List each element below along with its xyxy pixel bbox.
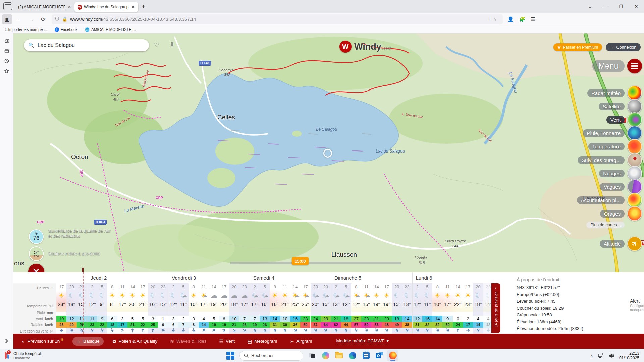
toolbar-button-waves-tides[interactable]: ≋Waves & Tides (166, 337, 210, 346)
layer-thumbnail-nuages[interactable] (627, 166, 642, 181)
forecast-column[interactable]: 8☀10°1432 (432, 283, 442, 334)
layer-item-radar[interactable]: Radar météo (587, 85, 642, 100)
taskbar-search[interactable]: Rechercher (239, 351, 303, 361)
forecast-column[interactable]: 8☀8°618 (107, 283, 117, 334)
more-maps-button[interactable]: Plus de cartes... (586, 222, 642, 228)
layer-thumbnail-satellite[interactable] (627, 99, 642, 114)
layer-item-temp[interactable]: Température (588, 139, 642, 154)
forecast-column[interactable]: 5☾9°922 (97, 283, 107, 334)
taskbar-app-firefox[interactable] (387, 350, 398, 361)
search-input[interactable]: Lac du Salagou (38, 42, 75, 48)
forecast-column[interactable]: 2☾12°1231 (412, 283, 422, 334)
forecast-column[interactable]: 20☾15°1849 (392, 283, 402, 334)
back-icon[interactable]: ← (14, 14, 24, 24)
layer-item-nuages[interactable]: Nuages (599, 166, 642, 181)
forecast-column[interactable]: 14☀20°521 (127, 283, 138, 334)
forecast-column[interactable]: 20☾18°414 (473, 283, 483, 334)
taskbar-app-store[interactable] (360, 350, 372, 361)
taskbar-app-explorer[interactable] (333, 350, 345, 361)
layer-thumbnail-accum[interactable] (627, 193, 642, 207)
layer-item-vagues[interactable]: Vagues (600, 179, 642, 194)
browser-tab[interactable]: WWindy: Lac du Salagou prévisio✕ (74, 2, 138, 12)
altitude-button[interactable]: Altitude✈ (600, 236, 642, 251)
menu-button[interactable]: Menu (592, 59, 642, 73)
forecast-column[interactable]: 2☾12°36 (168, 283, 178, 334)
air-quality-badge[interactable]: ☢ 76 (29, 229, 44, 244)
save-page-icon[interactable]: ⤓ (488, 17, 490, 22)
reload-icon[interactable]: ⟳ (38, 14, 48, 24)
forecast-column[interactable]: 17☀23°217 (463, 283, 473, 334)
forecast-column[interactable]: 5☾11°1632 (422, 283, 432, 334)
forecast-column[interactable]: 17☀21°522 (138, 283, 148, 334)
taskbar-app-copilot[interactable] (320, 350, 331, 361)
layer-thumbnail-temp[interactable] (627, 139, 642, 154)
menu-hamburger-icon[interactable] (627, 59, 642, 73)
forecast-column[interactable]: 2☾☁17°719 (250, 283, 260, 334)
forecast-column[interactable]: 23☾13°1438 (402, 283, 412, 334)
forecast-column[interactable]: 11☀21°1030 (280, 283, 290, 334)
layer-item-ourag[interactable]: Suivi des ourag... (578, 153, 642, 167)
forecast-column[interactable]: 20☾16°325 (148, 283, 158, 334)
search-box[interactable]: 🔍 Lac du Salagou (24, 39, 149, 51)
forecast-column[interactable]: 11☀17°317 (117, 283, 127, 334)
forecast-column[interactable]: 5☾☁16°1326 (260, 283, 270, 334)
favorite-heart-icon[interactable]: ♡ (152, 40, 162, 50)
volume-icon[interactable] (608, 353, 614, 358)
toolbar-button-vent[interactable]: ☴Vent (215, 337, 239, 346)
forecast-column[interactable]: 8☀10°38 (189, 283, 199, 334)
forecast-column[interactable]: 8☀16°1431 (270, 283, 280, 334)
forecast-column[interactable]: 20☾18°1240 (66, 283, 76, 334)
layer-thumbnail-ourag[interactable] (627, 153, 642, 167)
forecast-column[interactable]: 23☾15°16 (158, 283, 168, 334)
timeline-track[interactable] (230, 262, 401, 264)
new-tab-button[interactable]: + (142, 3, 145, 10)
forecast-column[interactable]: 11☀☁17°414 (199, 283, 209, 334)
sidebar-settings-gear-icon[interactable] (0, 336, 13, 346)
forecast-grid[interactable]: 17☀23°194320☾18°124023☾15°11262☾12°11235… (56, 283, 493, 334)
layer-thumbnail-vagues[interactable] (627, 179, 642, 194)
forecast-16days-tab[interactable]: › 16 jours de prévision (491, 283, 500, 333)
forecast-column[interactable]: 11☀17°930 (442, 283, 452, 334)
forecast-column[interactable]: 5☾☁12°1844 (341, 283, 351, 334)
weather-model-selector[interactable]: Modèle météo: ECMWF ▾ (336, 338, 389, 344)
day-header[interactable]: Lundi 6 (412, 272, 493, 283)
forecast-column[interactable]: 20☁18°1021 (229, 283, 239, 334)
forecast-column[interactable]: 2☾12°1123 (87, 283, 97, 334)
tab-close-icon[interactable]: ✕ (131, 5, 135, 9)
taskbar-clock[interactable]: 22:13 01/10/2025 (619, 351, 639, 360)
sidebar-bookmarks-icon[interactable] (0, 66, 13, 76)
altitude-plane-icon[interactable]: ✈ (627, 236, 642, 251)
layer-thumbnail-radar[interactable] (627, 85, 642, 100)
weather-station-badge[interactable]: 5° 27kt (29, 246, 44, 261)
layer-item-pluie[interactable]: Pluie, Tonnerre (583, 126, 642, 140)
forecast-column[interactable]: 8☀☁12°2757 (351, 283, 361, 334)
account-icon[interactable]: 👤 (507, 16, 514, 22)
timeline-time-pill[interactable]: 15:00 (292, 257, 309, 265)
forecast-column[interactable]: 23☾15°1126 (77, 283, 87, 334)
layer-thumbnail-orages[interactable] (627, 206, 642, 221)
bookmark-item[interactable]: ⤵Importer les marque-... (5, 27, 47, 32)
forecast-column[interactable]: 5☾☁11°27 (178, 283, 189, 334)
start-button[interactable] (225, 350, 236, 361)
share-upload-icon[interactable]: ⇧ (167, 39, 177, 49)
taskbar-weather-widget[interactable]: 3 Chute températ. Dimanche (0, 351, 77, 360)
forecast-column[interactable]: 11☀☁15°2359 (361, 283, 371, 334)
forecast-column[interactable]: 23☁17°726 (239, 283, 249, 334)
forecast-column[interactable]: 17☀☁25°2350 (300, 283, 310, 334)
sidebar-tools-icon[interactable] (0, 36, 13, 46)
network-icon[interactable] (598, 353, 604, 358)
forecast-column[interactable]: 14☀22°024 (453, 283, 463, 334)
layer-item-satellite[interactable]: Satellite (599, 99, 642, 114)
forecast-column[interactable]: 2☾☁13°2162 (331, 283, 341, 334)
tab-close-icon[interactable]: ✕ (68, 5, 71, 9)
layer-item-vent[interactable]: Vent (606, 112, 642, 127)
firefox-view-icon[interactable] (3, 2, 12, 10)
sidebar-history-icon[interactable] (0, 56, 13, 66)
layer-item-accum[interactable]: Accumulation pl... (577, 193, 642, 207)
toolbar-button-meteogram[interactable]: ▤Meteogram (244, 337, 281, 346)
toolbar-button-pr-vision-sur-1h[interactable]: ◐Prévision sur 1h♛ (18, 337, 68, 346)
day-header[interactable]: Samedi 4 (250, 272, 331, 283)
bookmark-star-icon[interactable]: ☆ (493, 17, 497, 22)
toolbar-button-basique[interactable]: ☼Basique (72, 337, 104, 346)
forecast-column[interactable]: 14☀☁25°1636 (290, 283, 300, 334)
